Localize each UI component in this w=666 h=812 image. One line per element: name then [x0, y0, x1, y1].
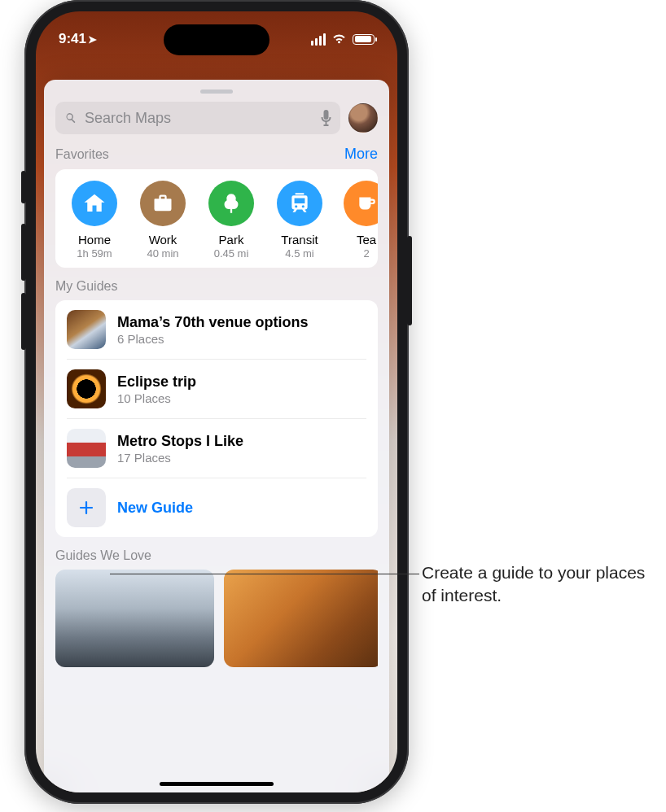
- favorite-tea[interactable]: Tea 2: [332, 181, 378, 260]
- side-button-power: [407, 236, 412, 325]
- new-guide-button[interactable]: New Guide: [67, 478, 366, 537]
- microphone-icon[interactable]: [320, 110, 332, 126]
- favorite-sub: 2: [363, 247, 369, 260]
- guide-item[interactable]: Mama’s 70th venue options 6 Places: [67, 300, 366, 360]
- guide-title: Metro Stops I Like: [117, 433, 243, 450]
- phone-frame: 9:41➤ Search Maps: [24, 0, 409, 804]
- tree-icon: [220, 192, 243, 215]
- favorite-sub: 0.45 mi: [214, 247, 249, 260]
- my-guides-card: Mama’s 70th venue options 6 Places Eclip…: [55, 300, 378, 537]
- my-guides-section: My Guides Mama’s 70th venue options 6 Pl…: [44, 268, 389, 537]
- search-icon: [64, 111, 78, 125]
- favorite-name: Park: [219, 233, 244, 247]
- favorite-name: Home: [78, 233, 111, 247]
- favorite-name: Work: [149, 233, 177, 247]
- plus-icon: [77, 498, 96, 517]
- guide-item[interactable]: Eclipse trip 10 Places: [67, 360, 366, 419]
- new-guide-label: New Guide: [117, 500, 193, 517]
- search-placeholder: Search Maps: [85, 110, 313, 127]
- avatar[interactable]: [348, 103, 378, 133]
- favorite-work[interactable]: Work 40 min: [129, 181, 197, 260]
- favorites-more-link[interactable]: More: [344, 146, 378, 163]
- favorite-transit[interactable]: Transit 4.5 mi: [265, 181, 334, 260]
- status-time-text: 9:41: [59, 31, 86, 46]
- battery-icon: [353, 34, 375, 45]
- guides-we-love-card[interactable]: [55, 570, 214, 667]
- guide-thumb: [67, 369, 106, 408]
- favorites-title: Favorites: [55, 147, 109, 162]
- favorite-sub: 40 min: [147, 247, 178, 260]
- favorite-park[interactable]: Park 0.45 mi: [197, 181, 265, 260]
- status-time: 9:41➤: [59, 31, 97, 47]
- search-input[interactable]: Search Maps: [55, 102, 340, 134]
- wifi-icon: [331, 33, 347, 45]
- guide-sub: 6 Places: [117, 332, 308, 346]
- favorite-name: Tea: [357, 233, 376, 247]
- briefcase-icon: [151, 192, 174, 215]
- favorites-card: Home 1h 59m Work 40 min: [55, 169, 378, 268]
- favorite-sub: 4.5 mi: [285, 247, 313, 260]
- favorite-home[interactable]: Home 1h 59m: [60, 181, 129, 260]
- tram-icon: [289, 191, 310, 216]
- guides-we-love-card[interactable]: [224, 570, 378, 667]
- favorite-name: Transit: [281, 233, 318, 247]
- side-button-vol-up: [21, 224, 26, 281]
- guides-we-love-title: Guides We Love: [55, 548, 151, 563]
- side-button-silent: [21, 171, 26, 203]
- cell-signal-icon: [311, 33, 326, 46]
- guide-sub: 10 Places: [117, 391, 196, 405]
- guide-title: Eclipse trip: [117, 373, 196, 391]
- my-guides-title: My Guides: [55, 279, 117, 294]
- screen: 9:41➤ Search Maps: [36, 11, 397, 792]
- guide-item[interactable]: Metro Stops I Like 17 Places: [67, 419, 366, 478]
- callout-leader: [110, 574, 419, 574]
- favorite-sub: 1h 59m: [77, 247, 112, 260]
- guide-thumb: [67, 310, 106, 349]
- house-icon: [82, 191, 107, 216]
- cup-icon: [356, 193, 377, 214]
- maps-search-card: Search Maps Favorites More: [44, 80, 389, 792]
- dynamic-island: [164, 24, 269, 55]
- guide-title: Mama’s 70th venue options: [117, 314, 308, 331]
- guide-sub: 17 Places: [117, 451, 243, 465]
- favorites-section: Favorites More Home: [44, 134, 389, 268]
- side-button-vol-down: [21, 293, 26, 350]
- guides-we-love-section: Guides We Love: [44, 537, 389, 683]
- home-indicator[interactable]: [160, 782, 274, 786]
- grabber-handle[interactable]: [200, 89, 233, 94]
- callout-text: Create a guide to your places of interes…: [422, 561, 650, 608]
- location-arrow-icon: ➤: [88, 33, 97, 46]
- guide-thumb: [67, 429, 106, 468]
